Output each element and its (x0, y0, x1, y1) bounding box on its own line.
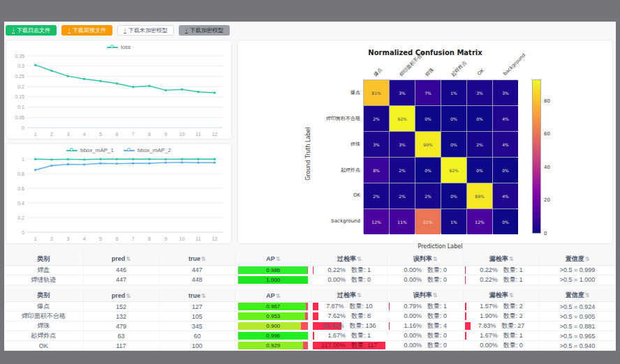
colorbar-tick-label: 0 (544, 231, 547, 236)
sort-icon[interactable]: ⇅ (509, 256, 514, 262)
matrix-cell: 0% (467, 158, 492, 183)
column-header-mis[interactable]: 误判率⇅ (388, 290, 464, 302)
sort-icon[interactable]: ⇅ (357, 292, 362, 298)
svg-text:0.6: 0.6 (17, 186, 24, 191)
legend-marker-icon (107, 47, 118, 48)
rate-count: 数量: 136 (349, 321, 376, 331)
mis-rate-cell: 1.16%数量: 4 (388, 321, 464, 331)
rate-bar (465, 332, 466, 340)
sort-icon[interactable]: ⇅ (201, 293, 206, 299)
sort-icon[interactable]: ⇅ (126, 256, 131, 262)
class-name-cell: 起焊炸点 (4, 331, 83, 341)
legend-item-bbox_mAP_2[interactable]: bbox_mAP_2 (124, 147, 171, 153)
matrix-y-axis-label: Ground Truth Label (305, 127, 311, 180)
button-label: 下载日志文件 (17, 26, 50, 34)
legend-label: bbox_mAP_2 (138, 147, 171, 153)
column-header-over[interactable]: 过检率⇅ (311, 290, 388, 302)
rate-value: 1.57% (480, 302, 498, 311)
matrix-cell: 2% (415, 183, 441, 208)
mis-rate-cell: 0.00%数量: 0 (388, 265, 464, 275)
sort-icon[interactable]: ⇅ (585, 292, 590, 298)
svg-text:1: 1 (34, 132, 37, 137)
svg-text:12: 12 (212, 132, 217, 137)
rate-count: 数量: 4 (427, 321, 447, 331)
rate-count: 数量: 27 (501, 321, 524, 331)
rate-value: 7.83% (478, 321, 496, 331)
column-header-miss[interactable]: 漏检率⇅ (464, 253, 540, 265)
miss-rate-cell: 0.22%数量: 1 (464, 265, 540, 275)
matrix-cell: 2% (390, 158, 415, 183)
download-encrypted-model-button[interactable]: ↓ 下载加密模型 (179, 25, 230, 36)
svg-text:11: 11 (195, 236, 200, 241)
miss-rate-cell: 0.22%数量: 1 (464, 275, 540, 285)
column-header-conf[interactable]: 置信度⇅ (540, 253, 616, 265)
column-header-pred[interactable]: pred⇅ (83, 253, 159, 265)
sort-icon[interactable]: ⇅ (357, 256, 362, 262)
svg-text:10: 10 (179, 236, 185, 241)
column-header-over[interactable]: 过检率⇅ (311, 253, 388, 265)
sort-icon[interactable]: ⇅ (433, 256, 438, 262)
sort-icon[interactable]: ⇅ (276, 293, 281, 299)
column-header-miss[interactable]: 漏检率⇅ (464, 290, 540, 302)
table-gap (4, 285, 616, 290)
legend-marker-icon (124, 150, 135, 151)
sort-icon[interactable]: ⇅ (201, 256, 206, 262)
class-name-cell: 焊印面积不合格 (4, 312, 83, 321)
svg-text:2: 2 (50, 132, 53, 137)
rate-value: 0.00% (404, 312, 422, 321)
sort-icon[interactable]: ⇅ (585, 256, 590, 262)
download-log-button[interactable]: ↓ 下载日志文件 (6, 25, 57, 36)
column-header-conf[interactable]: 置信度⇅ (540, 290, 616, 302)
download-report-button[interactable]: ↓ 下载简报文件 (61, 25, 112, 36)
sort-icon[interactable]: ⇅ (509, 292, 514, 298)
svg-text:2: 2 (50, 236, 53, 241)
content-area: ↓ 下载日志文件 ↓ 下载简报文件 ↓ 下载未加密模型 ↓ 下载加密模型 los… (4, 22, 616, 347)
column-header-mis[interactable]: 误判率⇅ (388, 253, 464, 265)
download-icon: ↓ (12, 27, 15, 33)
map-chart-card: bbox_mAP_1bbox_mAP_2 00.20.40.60.8112345… (6, 143, 232, 244)
matrix-cell: 4% (493, 106, 518, 131)
mis-rate-cell: 0.79%数量: 1 (388, 302, 464, 312)
download-unencrypted-model-button[interactable]: ↓ 下载未加密模型 (117, 25, 174, 36)
column-header-true[interactable]: true⇅ (159, 253, 235, 265)
column-header-pred[interactable]: pred⇅ (83, 290, 159, 302)
sort-icon[interactable]: ⇅ (276, 256, 281, 262)
ap-cell: 0.953 (235, 312, 311, 321)
matrix-cell: 92% (390, 106, 415, 131)
legend-item-loss[interactable]: loss (107, 44, 131, 50)
rate-count: 数量: 0 (427, 341, 447, 350)
true-cell: 127 (159, 302, 235, 312)
colorbar-tick-label: 20 (544, 197, 550, 203)
over-rate-cell: 7.62%数量: 8 (311, 312, 388, 321)
ap-cell: 1.000 (235, 275, 311, 285)
matrix-cell: 3% (390, 80, 415, 105)
class-name-cell: 爆点 (4, 302, 83, 312)
ap-value: 0.996 (238, 332, 308, 340)
column-header-true[interactable]: true⇅ (159, 290, 235, 302)
legend-label: loss (121, 44, 131, 50)
sort-icon[interactable]: ⇅ (126, 293, 131, 299)
rate-bar (465, 303, 466, 310)
legend-item-bbox_mAP_1[interactable]: bbox_mAP_1 (66, 147, 114, 153)
rate-bar (313, 332, 314, 340)
rate-count: 数量: 2 (503, 302, 523, 311)
svg-text:9: 9 (164, 236, 167, 241)
ap-cell: 0.996 (235, 331, 311, 341)
ap-cell: 0.929 (235, 341, 311, 351)
sort-icon[interactable]: ⇅ (433, 292, 438, 298)
column-header-ap[interactable]: AP⇅ (235, 253, 311, 265)
rate-count: 数量: 0 (427, 331, 447, 340)
matrix-x-tick-label: OK (476, 68, 485, 77)
svg-text:1: 1 (34, 236, 37, 241)
svg-text:4: 4 (83, 132, 86, 137)
matrix-colorbar (532, 79, 541, 234)
matrix-y-tick-label: background (315, 218, 360, 224)
svg-text:0.35: 0.35 (15, 54, 24, 59)
table-row: OK1171000.929117.00%数量: 1170.00%数量: 00.0… (4, 341, 616, 351)
confidence-cell: >0.5 = 1.000 (540, 275, 616, 285)
download-icon: ↓ (185, 27, 188, 33)
miss-rate-cell: 1.90%数量: 2 (464, 312, 540, 321)
matrix-y-tick-label: 起焊炸点 (315, 167, 360, 174)
matrix-cell: 12% (364, 209, 389, 234)
column-header-ap[interactable]: AP⇅ (235, 290, 311, 302)
